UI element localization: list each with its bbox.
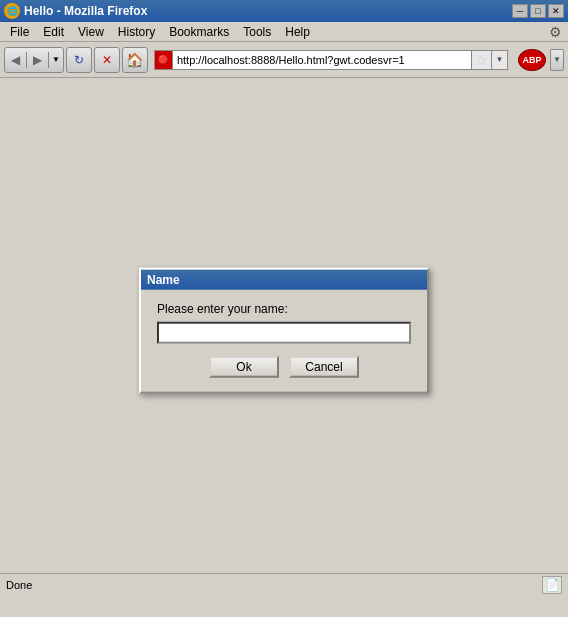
menu-view[interactable]: View [72, 23, 110, 41]
window-controls[interactable]: ─ □ ✕ [512, 4, 564, 18]
page-content: www.java2s.com Name Please enter your na… [0, 78, 568, 595]
back-button[interactable]: ◀ [5, 48, 26, 72]
url-bar: 🔴 ☆ ▼ [154, 49, 508, 71]
bookmark-star-icon[interactable]: ☆ [472, 50, 492, 70]
url-input[interactable] [172, 50, 472, 70]
stop-button[interactable]: ✕ [94, 47, 120, 73]
close-button[interactable]: ✕ [548, 4, 564, 18]
reload-button[interactable]: ↻ [66, 47, 92, 73]
app-icon: 🌐 [4, 3, 20, 19]
dialog-box: Name Please enter your name: Ok Cancel [139, 267, 429, 393]
abp-button[interactable]: ABP [518, 49, 546, 71]
menu-history[interactable]: History [112, 23, 161, 41]
menu-bookmarks[interactable]: Bookmarks [163, 23, 235, 41]
cancel-button[interactable]: Cancel [289, 355, 359, 377]
title-bar-left: 🌐 Hello - Mozilla Firefox [4, 3, 147, 19]
site-icon: 🔴 [154, 50, 172, 70]
maximize-button[interactable]: □ [530, 4, 546, 18]
status-icon: 📄 [542, 576, 562, 594]
minimize-button[interactable]: ─ [512, 4, 528, 18]
dialog-body: Please enter your name: Ok Cancel [141, 289, 427, 391]
dialog-title-bar: Name [141, 269, 427, 289]
forward-button[interactable]: ▶ [27, 48, 48, 72]
nav-bar: ◀ ▶ ▼ ↻ ✕ 🏠 🔴 ☆ ▼ ABP ▼ [0, 42, 568, 78]
menu-bar: File Edit View History Bookmarks Tools H… [0, 22, 568, 42]
status-text: Done [6, 579, 32, 591]
menu-file[interactable]: File [4, 23, 35, 41]
menu-edit[interactable]: Edit [37, 23, 70, 41]
title-bar: 🌐 Hello - Mozilla Firefox ─ □ ✕ [0, 0, 568, 22]
ok-button[interactable]: Ok [209, 355, 279, 377]
menu-help[interactable]: Help [279, 23, 316, 41]
gear-icon[interactable]: ⚙ [546, 24, 564, 40]
status-bar: Done 📄 [0, 573, 568, 595]
dialog-label: Please enter your name: [157, 301, 411, 315]
dialog-title: Name [147, 272, 180, 286]
nav-end-dropdown[interactable]: ▼ [550, 49, 564, 71]
back-forward-dropdown[interactable]: ▼ [49, 55, 63, 64]
window-title: Hello - Mozilla Firefox [24, 4, 147, 18]
home-button[interactable]: 🏠 [122, 47, 148, 73]
back-forward-group[interactable]: ◀ ▶ ▼ [4, 47, 64, 73]
dialog-buttons: Ok Cancel [157, 355, 411, 377]
url-dropdown-button[interactable]: ▼ [492, 50, 508, 70]
menu-tools[interactable]: Tools [237, 23, 277, 41]
name-input[interactable] [157, 321, 411, 343]
